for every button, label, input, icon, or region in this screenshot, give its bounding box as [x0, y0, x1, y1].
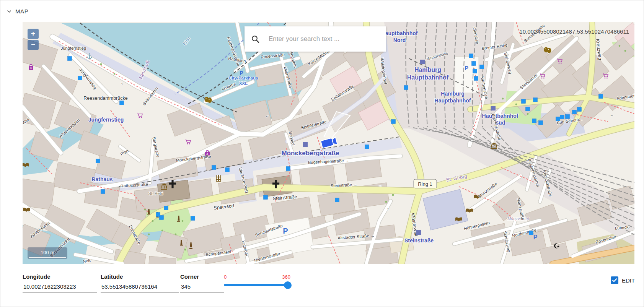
map-edit-marker[interactable] [577, 107, 582, 112]
corner-slider: 0 360 [224, 274, 290, 286]
transit-station-marker [420, 60, 425, 64]
slider-handle[interactable] [284, 281, 292, 289]
page: MAP PPPP⚓&&JungfernstiegJungfernstiegRee… [0, 0, 644, 307]
map-edit-marker[interactable] [532, 119, 536, 123]
zoom-in-button[interactable]: + [28, 29, 39, 39]
longitude-label: Longitude [23, 273, 97, 280]
map-edit-marker[interactable] [191, 216, 195, 221]
map-label: Hamburg [441, 91, 464, 97]
svg-text:P: P [283, 227, 288, 235]
transit-station-marker [303, 142, 308, 147]
map-edit-marker[interactable] [526, 107, 530, 111]
map-edit-marker[interactable] [473, 69, 477, 73]
map-edit-marker[interactable] [68, 57, 72, 61]
map-edit-marker[interactable] [599, 94, 603, 99]
map-label: Jungfernstieg [61, 46, 86, 50]
longitude-input[interactable] [23, 282, 97, 293]
svg-text:P: P [465, 65, 468, 71]
map-edit-marker[interactable] [572, 110, 577, 114]
map-label: → [378, 183, 383, 187]
anchor-icon: ⚓ [86, 53, 93, 59]
map-edit-marker[interactable] [556, 117, 560, 121]
map-label: St. Petri [148, 191, 163, 196]
map-label: ← [610, 112, 614, 117]
map-edit-marker[interactable] [480, 65, 484, 69]
map-edit-marker[interactable] [78, 76, 82, 80]
map-edit-marker[interactable] [533, 98, 538, 102]
map-label: ↑ [387, 206, 389, 211]
p-icon: P [533, 234, 538, 240]
map-label: Hauptbahnhof [382, 30, 418, 36]
map-edit-marker[interactable] [472, 62, 476, 66]
edit-checkbox[interactable] [611, 276, 618, 284]
map-label: Hauptbahnhof [482, 113, 518, 119]
slider-min-label: 0 [224, 274, 227, 280]
map-label: Nord [393, 37, 406, 43]
map-canvas[interactable]: PPPP⚓&&JungfernstiegJungfernstiegReesend… [23, 22, 634, 264]
p-icon: P [240, 70, 243, 76]
map-label: Reesendammbrücke [83, 96, 127, 101]
map-edit-marker[interactable] [335, 198, 339, 202]
map-label: Jungfernstieg [88, 117, 124, 123]
map-edit-marker[interactable] [474, 76, 478, 81]
map-edit-marker[interactable] [529, 231, 533, 235]
map-edit-marker[interactable] [365, 145, 369, 149]
map-label: Münzviertel [507, 216, 529, 221]
slider-track[interactable] [224, 284, 290, 286]
map-edit-marker[interactable] [404, 86, 408, 90]
edit-toggle: EDIT [611, 276, 635, 284]
map-label: Hamburg [414, 67, 441, 73]
map-edit-marker[interactable] [264, 195, 268, 200]
map-coordinates-readout: 10.002455008021487,53.55102470486611 [519, 28, 629, 35]
slider-fill [224, 284, 288, 286]
map-edit-marker[interactable] [469, 54, 473, 58]
search-input[interactable] [268, 35, 379, 43]
svg-text:&: & [30, 67, 32, 70]
map-edit-marker[interactable] [120, 101, 124, 105]
zoom-out-button[interactable]: − [28, 40, 39, 50]
map-edit-marker[interactable] [164, 206, 168, 210]
svg-text:⚓: ⚓ [86, 53, 93, 59]
slider-max-label: 360 [282, 274, 290, 280]
map-label: XXL [239, 81, 248, 86]
latitude-field: Latitude [101, 273, 179, 293]
map-label: City-Parkhaus [228, 76, 258, 80]
map-label: Hauptbahnhof [435, 97, 471, 104]
svg-text:P: P [533, 234, 538, 240]
check-icon [612, 278, 617, 283]
longitude-field: Longitude [23, 273, 97, 293]
svg-text:Ring 1: Ring 1 [418, 181, 432, 187]
map-label: Steinstraße [404, 237, 434, 244]
map-edit-marker[interactable] [560, 115, 564, 119]
map-edit-marker[interactable] [286, 167, 290, 171]
map-edit-marker[interactable] [101, 190, 105, 194]
corner-input[interactable] [180, 282, 224, 293]
map-label: Mönckebergstraße [281, 149, 339, 157]
map-edit-marker[interactable] [96, 159, 100, 163]
film-icon [216, 175, 221, 182]
map-edit-marker[interactable] [566, 115, 570, 119]
search-icon [251, 35, 259, 43]
transit-station-marker [416, 230, 421, 235]
transit-station-marker [491, 106, 496, 110]
latitude-input[interactable] [101, 282, 179, 293]
svg-text:P: P [240, 70, 243, 76]
corner-field: Corner [180, 273, 224, 293]
scale-bar-label: 100 m [29, 249, 66, 258]
corner-label: Corner [180, 273, 224, 280]
map-edit-marker[interactable] [539, 121, 543, 125]
latitude-label: Latitude [101, 273, 179, 280]
map-edit-marker[interactable] [391, 120, 396, 124]
map-svg[interactable]: PPPP⚓&&JungfernstiegJungfernstiegReesend… [23, 22, 634, 264]
map-edit-marker[interactable] [156, 213, 160, 217]
map-search-box [245, 26, 386, 52]
map-edit-marker[interactable] [212, 166, 216, 170]
map-edit-marker[interactable] [225, 168, 230, 172]
chevron-down-icon[interactable] [7, 9, 12, 14]
map-label: Hauptbahnhof [407, 74, 449, 81]
map-edit-marker[interactable] [522, 99, 526, 104]
map-section-header[interactable]: MAP [7, 8, 28, 15]
zoom-controls: + − [28, 29, 39, 50]
p-icon: P [283, 227, 288, 235]
road-ref-badge: Ring 1 [414, 179, 437, 188]
